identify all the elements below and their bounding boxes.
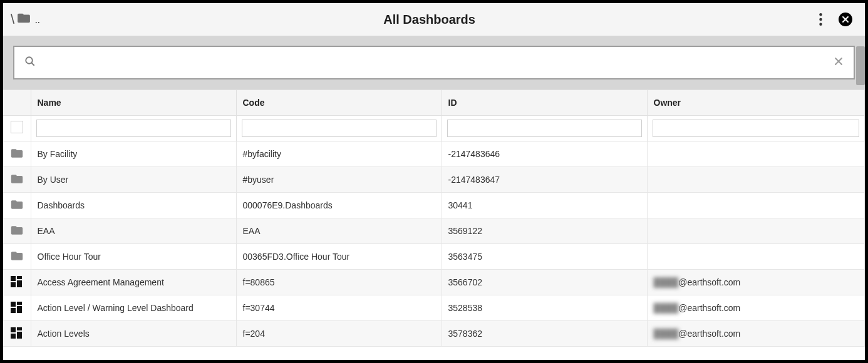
scrollbar-thumb[interactable] (856, 46, 865, 85)
column-header-name[interactable]: Name (31, 90, 236, 116)
cell-name: Action Level / Warning Level Dashboard (31, 295, 236, 321)
column-header-code[interactable]: Code (236, 90, 442, 116)
svg-point-2 (819, 23, 822, 26)
svg-rect-10 (17, 302, 22, 305)
cell-id: 30441 (442, 193, 647, 218)
cell-owner: ████@earthsoft.com (647, 295, 865, 321)
filter-name-input[interactable] (36, 120, 231, 137)
cell-id: -2147483646 (442, 141, 647, 167)
column-header-icon[interactable] (3, 90, 31, 116)
close-button[interactable] (839, 13, 852, 26)
filter-owner-input[interactable] (653, 120, 860, 137)
cell-owner (647, 141, 865, 167)
cell-id: 3569122 (442, 218, 647, 244)
cell-name: Dashboards (31, 193, 236, 218)
more-menu-button[interactable] (819, 13, 822, 26)
folder-icon (11, 250, 23, 262)
select-all-checkbox[interactable] (11, 121, 23, 133)
folder-icon (11, 173, 23, 185)
svg-point-0 (819, 13, 822, 16)
table-row[interactable]: By User#byuser-2147483647 (3, 167, 865, 193)
cell-id: 3528538 (442, 295, 647, 321)
svg-rect-14 (17, 327, 22, 330)
svg-point-3 (26, 57, 33, 64)
cell-owner (647, 244, 865, 270)
search-icon (24, 56, 36, 69)
column-header-owner[interactable]: Owner (647, 90, 865, 116)
table-row[interactable]: Office Hour Tour00365FD3.Office Hour Tou… (3, 244, 865, 270)
cell-code: 000076E9.Dashboards (236, 193, 442, 218)
search-input[interactable] (44, 47, 825, 78)
dashboard-icon (11, 302, 23, 313)
filter-code-input[interactable] (242, 120, 437, 137)
cell-name: By Facility (31, 141, 236, 167)
svg-rect-8 (11, 282, 16, 287)
cell-id: 3563475 (442, 244, 647, 270)
cell-id: 3578362 (442, 321, 647, 347)
folder-icon (11, 225, 23, 236)
svg-rect-6 (17, 276, 22, 279)
search-strip (3, 36, 865, 89)
header-bar: \ .. All Dashboards (3, 3, 865, 36)
dashboard-icon (11, 276, 23, 287)
folder-icon (11, 148, 23, 159)
svg-rect-5 (11, 276, 16, 281)
cell-id: 3566702 (442, 270, 647, 295)
cell-owner (647, 167, 865, 193)
cell-code: #byuser (236, 167, 442, 193)
cell-code: f=30744 (236, 295, 442, 321)
cell-name: EAA (31, 218, 236, 244)
table-row[interactable]: EAAEAA3569122 (3, 218, 865, 244)
column-header-id[interactable]: ID (442, 90, 647, 116)
cell-code: #byfacility (236, 141, 442, 167)
close-icon (839, 13, 852, 26)
cell-owner (647, 218, 865, 244)
cell-code: f=80865 (236, 270, 442, 295)
table-header-row: Name Code ID Owner (3, 90, 865, 116)
table-filter-row (3, 116, 865, 141)
search-clear-button[interactable] (834, 56, 844, 69)
filter-id-input[interactable] (447, 120, 642, 137)
svg-rect-11 (17, 306, 22, 313)
table-row[interactable]: Action Level / Warning Level Dashboardf=… (3, 295, 865, 321)
cell-owner: ████@earthsoft.com (647, 321, 865, 347)
cell-name: Office Hour Tour (31, 244, 236, 270)
cell-code: f=204 (236, 321, 442, 347)
page-title: All Dashboards (39, 13, 819, 27)
svg-point-1 (819, 18, 822, 21)
svg-rect-15 (17, 332, 22, 339)
cell-owner (647, 193, 865, 218)
folder-icon (17, 13, 31, 27)
svg-rect-12 (11, 308, 16, 313)
svg-line-4 (31, 63, 34, 66)
dashboards-table: Name Code ID Owner By Facility#byfacilit… (3, 89, 865, 347)
table-row[interactable]: Dashboards000076E9.Dashboards30441 (3, 193, 865, 218)
cell-name: By User (31, 167, 236, 193)
svg-rect-9 (11, 302, 16, 307)
table-row[interactable]: By Facility#byfacility-2147483646 (3, 141, 865, 167)
cell-name: Action Levels (31, 321, 236, 347)
search-box[interactable] (13, 46, 855, 79)
dashboard-icon (11, 327, 23, 339)
table-row[interactable]: Access Agreement Managementf=80865356670… (3, 270, 865, 295)
breadcrumb-root: \ (11, 11, 14, 28)
cell-code: 00365FD3.Office Hour Tour (236, 244, 442, 270)
breadcrumb[interactable]: \ .. (11, 11, 39, 28)
cell-name: Access Agreement Management (31, 270, 236, 295)
svg-rect-13 (11, 327, 16, 332)
cell-owner: ████@earthsoft.com (647, 270, 865, 295)
cell-code: EAA (236, 218, 442, 244)
table-row[interactable]: Action Levelsf=2043578362████@earthsoft.… (3, 321, 865, 347)
cell-id: -2147483647 (442, 167, 647, 193)
breadcrumb-up[interactable]: .. (33, 13, 39, 26)
svg-rect-16 (11, 334, 16, 339)
svg-rect-7 (17, 280, 22, 287)
folder-icon (11, 199, 23, 210)
